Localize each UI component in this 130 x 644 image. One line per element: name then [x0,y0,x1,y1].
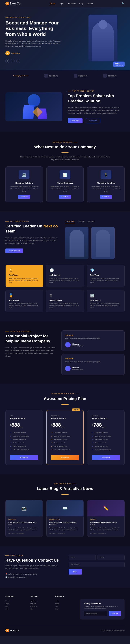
blog-post-title-1: Alica dui pretium ornare augue mi in nib… [8,522,40,526]
newsletter-input[interactable] [84,611,107,616]
contact-description: Etiam vel augue. Vestibulum ante ipsum p… [6,564,61,570]
feature-prem-2: ✓Ipsum arcu and faciliquis [92,435,120,437]
check-icon: ✓ [92,449,93,451]
services-title: What Next to do? Your Company [6,144,124,150]
chart-icon: 📊 [63,172,67,177]
blog-date-2: July 6, 2021 [49,532,56,534]
member-bg-2 [91,227,115,259]
feature-ent-4: ✓Sed parce in nulla [51,442,79,444]
team-tab-ceo[interactable]: CEO Founder [65,220,75,223]
logo-icon: ✦ [6,2,9,6]
feature-ent-1: ✓Feugiat sed pretium [51,432,79,434]
logos-tag: Trusting by Customer [13,75,28,77]
linkedin-icon[interactable]: in [16,59,20,63]
footer-link-blog-1[interactable]: Blog [6,606,27,607]
nav-home[interactable]: Home [50,2,55,5]
contact-section: Conatact Us Have Question ? Contact Us E… [0,546,130,588]
feature-card-value: 💎 Best Value Nullam varius, turpis moles… [87,265,124,287]
nav-pages[interactable]: Pages [59,2,64,5]
team-member-2 [91,227,115,259]
solver-title: Top Problem Solver with Creative Solutio… [68,94,124,104]
keyboard-icon: ⌨️ [62,506,68,511]
footer-logo[interactable]: ✦ Next Co. [6,629,20,632]
contact-email-input[interactable] [97,555,124,560]
logo-text: Next Co. [10,2,21,5]
footer-link-app[interactable]: Application [30,600,52,602]
logo-icon [103,74,107,78]
nav-blog[interactable]: Blog [79,2,83,5]
footer-link-home[interactable]: Home [6,600,27,602]
play-icon: ▶ [6,51,10,56]
service-desc-2: Nullam varius, turpis molestie dictum se… [50,186,80,192]
pricing-btn-premium[interactable]: Get Quote [92,455,120,460]
plan-type-premium: Project Solution [92,417,120,420]
solver-quote-btn[interactable]: Get Quote [86,118,100,123]
facebook-icon[interactable]: f [6,59,9,63]
stars-2: ★★★★★ [65,358,121,360]
contact-submit-btn[interactable]: Next › [69,569,82,574]
footer-bottom: ✦ Next Co. © 2021 Next Co. All Rights Re… [6,625,124,632]
testimonial-tag: Satisfied Customer [6,330,56,332]
nav-career[interactable]: Career [87,2,93,5]
blog-date-1: July 2, 2021 [8,532,15,534]
blog-category-1: BUSINESS [8,519,40,520]
check-icon: ✓ [51,442,52,444]
contact-form-side: Next › [69,555,124,579]
feature-pro-6: ✓Vitae tortor condimentum [10,449,38,451]
member-silhouette-1 [70,230,84,256]
search-icon[interactable]: 🔍 [121,2,124,5]
feature-pro-2: ✓Ipsum arcu and faciliquis [10,435,38,437]
team-members: CEO Founder Developer Marketing [65,220,124,259]
solver-learn-btn[interactable]: Learn More [68,118,83,123]
footer-newsletter-col: Weekly Newsletter Curabitur pretium tinc… [80,595,124,620]
email-icon: ✉️ [6,576,8,578]
blog-content-3: DESIGN Mi in nibh alica dui pretium orna… [87,516,124,536]
footer-link-blog-4[interactable]: Blog [55,606,77,607]
author-name-1: Montana [72,343,83,345]
pencil-icon: ✏️ [103,506,109,511]
footer-link-about-2[interactable]: About [55,603,77,604]
logo-icon [74,74,77,78]
footer-link-blog-2[interactable]: Blog [6,608,27,610]
nav-services[interactable]: Services [68,2,76,5]
contact-name-input[interactable] [69,555,96,560]
author-avatar-1 [65,342,71,348]
footer-link-blog-5[interactable]: Blog [55,608,77,610]
author-info-1: Montana Creative Agency [72,343,83,346]
pricing-btn-enterprise[interactable]: Get Quote [51,455,79,460]
team-tab-marketing[interactable]: Marketing [88,220,95,223]
footer-link-about[interactable]: About [6,603,27,604]
team-description: Etiam vel augue. Vestibulum ante ipsum p… [6,236,59,245]
service-btn-3[interactable]: Read More [100,195,112,199]
hero-social: f t in [6,59,63,63]
service-card-1: 💻 Bussines Solution Nullam varius, turpi… [6,166,43,202]
medal-icon: 🏅 [9,293,40,298]
per-enterprise: /mo [61,426,64,428]
contact-project-input[interactable] [69,562,124,567]
check-icon: ✓ [92,442,93,444]
blog-meta-1: July 2, 2021 · No comments [8,532,40,534]
footer-link-blog-3[interactable]: Blog [30,608,52,610]
testimonial-author-2: Montana Creative Agency [65,366,121,371]
service-btn-2[interactable]: Read More [59,195,71,199]
watch-video-btn[interactable]: ▶ Watch Video [6,51,20,56]
footer-link-marketing[interactable]: Marketing [30,606,52,607]
blog-tag: Our News & Tips [6,483,124,485]
blog-thumb-3: ✏️ [87,500,124,516]
service-desc-1: Nullam varius, turpis molestie dictum se… [9,186,39,192]
hero-section: Maximize Introductory Boost and Manage Y… [0,8,130,70]
footer-link-home-2[interactable]: Home [55,600,77,602]
team-tab-dev[interactable]: Developer [78,220,85,223]
member-bg-1 [65,227,89,259]
newsletter-subscribe-btn[interactable]: Subscribe [109,611,121,616]
service-card-3: 📱 Marketing Solution Nullam varius, turp… [87,166,124,202]
blog-content-1: BUSINESS Alica dui pretium ornare augue … [6,516,43,536]
pricing-btn-pro[interactable]: Get Quote [10,455,38,460]
twitter-icon[interactable]: t [11,59,15,63]
team-create-account-btn[interactable]: Create Account [6,248,23,253]
service-btn-1[interactable]: Read More [18,195,30,199]
check-icon: ✓ [10,438,12,440]
service-title-2: Market Optimizer [50,182,80,184]
nav-logo[interactable]: ✦ Next Co. [6,2,21,6]
footer-link-analytics[interactable]: Analytics [30,603,52,604]
